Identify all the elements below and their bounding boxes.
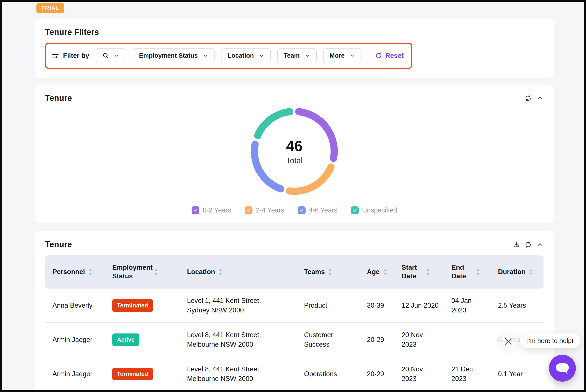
- status-badge: Terminated: [112, 368, 153, 380]
- reset-label: Reset: [385, 52, 404, 60]
- donut-segment-0-2-years: [299, 112, 334, 159]
- cell-age: 30-39: [367, 301, 402, 310]
- sort-icon: [88, 269, 92, 275]
- more-label: More: [330, 52, 345, 59]
- cell-text: 04 Jan 2023: [451, 296, 485, 315]
- cell-text: Armin Jaeger: [52, 335, 92, 344]
- cell-age: 20-29: [367, 335, 402, 344]
- legend-checkbox-0-2-years[interactable]: [192, 206, 199, 214]
- refresh-icon[interactable]: [525, 94, 532, 102]
- collapse-icon[interactable]: [536, 241, 544, 248]
- column-header-location[interactable]: Location: [187, 268, 304, 276]
- sort-icon: [476, 269, 480, 275]
- close-icon[interactable]: [496, 329, 521, 354]
- cell-teams: Operations: [304, 369, 367, 379]
- legend-item: Unspecified: [351, 206, 397, 214]
- status-badge: Active: [112, 334, 139, 346]
- column-header-employment-status[interactable]: Employment Status: [112, 263, 187, 281]
- legend-label: 2-4 Years: [256, 206, 284, 214]
- filter-by-label: Filter by: [63, 52, 89, 60]
- column-header-personnel[interactable]: Personnel: [45, 268, 112, 276]
- cell-text: Armin Jaeger: [52, 369, 92, 379]
- cell-text: 2.5 Years: [498, 301, 526, 310]
- tenure-filters-card: Tenure Filters Filter by: [35, 19, 554, 78]
- reset-button[interactable]: Reset: [374, 52, 405, 60]
- chevron-down-icon: [114, 53, 120, 58]
- table-row: Armin JaegerTerminatedLevel 8, 441 Kent …: [45, 357, 544, 391]
- cell-personnel: Armin Jaeger: [45, 335, 112, 344]
- cell-personnel: Anna Beverly: [45, 301, 112, 310]
- cell-location: Level 8, 441 Kent Street, Melbourne NSW …: [187, 330, 304, 349]
- chart-legend: 0-2 Years2-4 Years4-6 YearsUnspecified: [45, 206, 544, 214]
- cell-personnel: Armin Jaeger: [45, 369, 112, 379]
- legend-label: 0-2 Years: [203, 206, 231, 214]
- search-icon: [102, 52, 109, 59]
- column-label: Teams: [304, 268, 325, 276]
- chevron-down-icon: [349, 53, 355, 58]
- more-dropdown[interactable]: More: [323, 48, 362, 63]
- search-dropdown-button[interactable]: [96, 48, 126, 63]
- sort-icon: [529, 269, 533, 275]
- column-header-teams[interactable]: Teams: [304, 268, 367, 276]
- chat-launcher-button[interactable]: [549, 355, 576, 382]
- team-dropdown[interactable]: Team: [277, 48, 317, 63]
- column-header-duration[interactable]: Duration: [498, 268, 544, 276]
- cell-text: Anna Beverly: [52, 301, 92, 310]
- chevron-down-icon: [202, 53, 208, 58]
- column-label: Duration: [498, 268, 526, 276]
- reset-icon: [375, 52, 382, 60]
- donut-segment-unspecified: [258, 112, 290, 136]
- cell-text: 12 Jun 2020: [402, 301, 439, 310]
- column-label: Location: [187, 268, 215, 276]
- filter-by: Filter by: [51, 52, 89, 60]
- chevron-down-icon: [304, 53, 310, 58]
- team-label: Team: [284, 52, 300, 59]
- cell-text: 20-29: [367, 369, 384, 379]
- table-row: Anna BeverlyTerminatedLevel 1, 441 Kent …: [45, 288, 544, 323]
- cell-text: Level 8, 441 Kent Street, Melbourne NSW …: [187, 330, 285, 349]
- cell-teams: Customer Success: [304, 330, 367, 349]
- cell-start-date: 20 Nov 2023: [402, 330, 451, 349]
- legend-checkbox-4-6-years[interactable]: [298, 206, 306, 214]
- employment-status-label: Employment Status: [139, 52, 198, 59]
- refresh-icon[interactable]: [525, 241, 532, 248]
- cell-location: Level 1, 441 Kent Street, Sydney NSW 200…: [187, 296, 304, 315]
- table-card-title: Tenure: [45, 240, 544, 249]
- legend-checkbox-unspecified[interactable]: [351, 206, 359, 214]
- location-dropdown[interactable]: Location: [221, 48, 271, 63]
- sort-icon: [426, 269, 430, 275]
- column-label: Start Date: [402, 263, 423, 281]
- cell-duration: 2.5 Years: [498, 301, 544, 310]
- legend-item: 4-6 Years: [298, 206, 337, 214]
- employment-status-dropdown[interactable]: Employment Status: [133, 48, 215, 63]
- donut-segment-2-4-years: [290, 167, 331, 191]
- cell-employment-status: Terminated: [112, 368, 187, 380]
- download-icon[interactable]: [513, 241, 520, 248]
- cell-start-date: 20 Nov 2023: [402, 364, 451, 384]
- filters-card-title: Tenure Filters: [45, 28, 544, 37]
- column-label: End Date: [451, 263, 473, 281]
- cell-end-date: 21 Dec 2023: [451, 364, 498, 384]
- cell-duration: 0.1 Year: [498, 369, 544, 379]
- cell-text: Product: [304, 301, 327, 310]
- column-header-end-date[interactable]: End Date: [451, 263, 498, 281]
- column-header-start-date[interactable]: Start Date: [402, 263, 451, 281]
- chat-bubble-icon: [555, 362, 570, 374]
- filter-bar: Filter by Employment Status: [45, 43, 412, 69]
- collapse-icon[interactable]: [536, 94, 544, 102]
- legend-checkbox-2-4-years[interactable]: [245, 206, 252, 214]
- table-row: Armin JaegerActiveLevel 8, 441 Kent Stre…: [45, 323, 544, 357]
- page: TRIAL Tenure Filters Filter by: [2, 2, 584, 392]
- column-header-age[interactable]: Age: [367, 268, 402, 276]
- sort-icon: [154, 269, 158, 275]
- cell-teams: Product: [304, 301, 367, 310]
- cell-start-date: 12 Jun 2020: [402, 301, 451, 310]
- cell-text: 30-39: [367, 301, 384, 310]
- sort-icon: [218, 269, 223, 275]
- chat-tooltip: I'm here to help!: [520, 334, 580, 348]
- trial-badge: TRIAL: [36, 3, 64, 13]
- cell-end-date: 04 Jan 2023: [451, 296, 498, 315]
- cell-text: Level 8, 441 Kent Street, Melbourne NSW …: [187, 364, 285, 384]
- column-label: Personnel: [52, 268, 85, 276]
- donut-segment-4-6-years: [254, 144, 281, 189]
